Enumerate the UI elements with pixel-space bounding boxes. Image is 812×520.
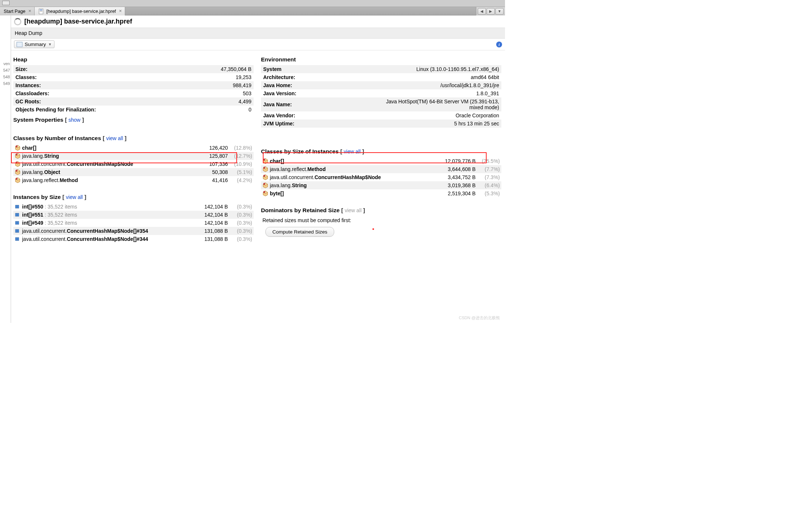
dominators-heading: Dominators by Retained Size [ view all ] — [261, 204, 501, 216]
list-item[interactable]: java.lang.String3,019,368 B(6.4%) — [261, 181, 501, 189]
row-value: 503 — [124, 89, 254, 97]
by-count-list: char[]126,420(12.8%)java.lang.String125,… — [13, 144, 254, 184]
row-key: GC Roots: — [13, 97, 124, 106]
class-icon — [15, 169, 21, 175]
value: 142,104 B — [187, 220, 228, 226]
row-key: Java Vendor: — [261, 111, 371, 120]
list-item[interactable]: int[]#550 : 35,522 items142,104 B(0.3%) — [13, 203, 254, 211]
sysprops-heading: System Properties [ show ] — [13, 114, 254, 125]
class-name: byte[] — [270, 190, 434, 196]
table-row: Java Version:1.8.0_391 — [261, 89, 501, 97]
row-key: Architecture: — [261, 73, 371, 81]
left-column: Heap Size:47,350,064 BClasses:19,253Inst… — [13, 53, 254, 308]
summary-icon — [17, 42, 22, 47]
row-key: Instances: — [13, 81, 124, 89]
nav-prev-button[interactable]: ◀ — [478, 8, 486, 15]
list-item[interactable]: java.util.concurrent.ConcurrentHashMap$N… — [13, 160, 254, 168]
row-key: Classloaders: — [13, 89, 124, 97]
tab-label: [heapdump] base-service.jar.hpref — [46, 9, 116, 14]
row-value: 0 — [124, 106, 254, 114]
list-item[interactable]: int[]#549 : 35,522 items142,104 B(0.3%) — [13, 219, 254, 227]
array-icon — [15, 228, 21, 234]
list-item[interactable]: java.lang.reflect.Method3,644,608 B(7.7%… — [261, 165, 501, 173]
value: 126,420 — [187, 145, 228, 151]
table-row: SystemLinux (3.10.0-1160.95.1.el7.x86_64… — [261, 65, 501, 73]
compute-retained-sizes-button[interactable]: Compute Retained Sizes — [265, 227, 334, 237]
window-control[interactable] — [2, 1, 10, 5]
class-name: java.lang.Object — [22, 169, 186, 175]
value: 2,519,304 B — [435, 190, 476, 196]
close-icon[interactable]: × — [28, 9, 32, 14]
right-column: Environment SystemLinux (3.10.0-1160.95.… — [261, 53, 501, 308]
nav-menu-button[interactable]: ▼ — [495, 8, 504, 15]
page-icon — [38, 8, 44, 14]
dominators-msg: Retained sizes must be computed first: — [261, 216, 501, 225]
row-key: Size: — [13, 65, 124, 73]
percent: (5.1%) — [229, 169, 252, 175]
env-heading: Environment — [261, 53, 501, 65]
row-value: 19,253 — [124, 73, 254, 81]
close-icon[interactable]: × — [118, 9, 123, 14]
tab-start-page[interactable]: Start Page × — [0, 7, 35, 15]
instance-name: int[]#550 : 35,522 items — [22, 204, 186, 210]
percent: (7.3%) — [477, 174, 500, 180]
class-icon — [15, 153, 21, 159]
list-item[interactable]: char[]12,079,776 B(25.5%) — [261, 157, 501, 165]
list-item[interactable]: java.util.concurrent.ConcurrentHashMap$N… — [13, 235, 254, 243]
list-item[interactable]: java.util.concurrent.ConcurrentHashMap$N… — [13, 227, 254, 235]
titlebar — [0, 0, 505, 7]
by-size-view-all-link[interactable]: view all — [344, 149, 361, 154]
instance-name: java.util.concurrent.ConcurrentHashMap$N… — [22, 236, 186, 242]
percent: (0.3%) — [229, 220, 252, 226]
table-row: Classloaders:503 — [13, 89, 254, 97]
sysprops-show-link[interactable]: show — [68, 117, 81, 123]
list-item[interactable]: byte[]2,519,304 B(5.3%) — [261, 189, 501, 197]
class-icon — [262, 182, 268, 188]
dominators-view-all-link: view all — [345, 207, 361, 213]
array-icon — [15, 236, 21, 242]
view-dropdown[interactable]: Summary ▼ — [14, 40, 54, 48]
value: 50,308 — [187, 169, 228, 175]
by-count-view-all-link[interactable]: view all — [106, 135, 123, 141]
percent: (0.3%) — [229, 204, 252, 210]
tab-heapdump[interactable]: [heapdump] base-service.jar.hpref × — [35, 7, 125, 15]
loading-spinner-icon — [14, 18, 21, 25]
percent: (10.9%) — [229, 161, 252, 167]
value: 142,104 B — [187, 212, 228, 218]
list-item[interactable]: java.lang.String125,807(12.7%) — [13, 152, 254, 160]
percent: (0.3%) — [229, 212, 252, 218]
class-icon — [262, 190, 268, 196]
toolbar: Summary ▼ i — [11, 39, 505, 50]
table-row: JVM Uptime:5 hrs 13 min 25 sec — [261, 120, 501, 128]
value: 131,088 B — [187, 236, 228, 242]
class-icon — [15, 145, 21, 151]
row-key: Objects Pending for Finalization: — [13, 106, 124, 114]
row-value: /usr/local/jdk1.8.0_391/jre — [371, 81, 501, 89]
class-icon — [262, 174, 268, 180]
heap-table: Size:47,350,064 BClasses:19,253Instances… — [13, 65, 254, 114]
array-icon — [15, 212, 21, 218]
value: 3,644,608 B — [435, 166, 476, 172]
page-title: [heapdump] base-service.jar.hpref — [11, 15, 505, 28]
row-key: Java Home: — [261, 81, 371, 89]
row-value: amd64 64bit — [371, 73, 501, 81]
list-item[interactable]: java.lang.reflect.Method41,416(4.2%) — [13, 176, 254, 184]
percent: (12.8%) — [229, 145, 252, 151]
list-item[interactable]: int[]#551 : 35,522 items142,104 B(0.3%) — [13, 211, 254, 219]
tab-fill — [125, 7, 476, 15]
value: 3,019,368 B — [435, 182, 476, 188]
list-item[interactable]: java.lang.Object50,308(5.1%) — [13, 168, 254, 176]
table-row: Architecture:amd64 64bit — [261, 73, 501, 81]
inst-size-view-all-link[interactable]: view all — [66, 194, 83, 200]
info-icon[interactable]: i — [496, 42, 502, 47]
list-item[interactable]: char[]126,420(12.8%) — [13, 144, 254, 152]
class-name: java.lang.reflect.Method — [270, 166, 434, 172]
content-area: Heap Size:47,350,064 BClasses:19,253Inst… — [11, 50, 505, 323]
nav-next-button[interactable]: ▶ — [487, 8, 495, 15]
by-size-heading: Classes by Size of Instances [ view all … — [261, 145, 501, 157]
table-row: Size:47,350,064 B — [13, 65, 254, 73]
list-item[interactable]: java.util.concurrent.ConcurrentHashMap$N… — [261, 173, 501, 181]
inst-size-heading: Instances by Size [ view all ] — [13, 191, 254, 203]
value: 41,416 — [187, 177, 228, 183]
row-value: 1.8.0_391 — [371, 89, 501, 97]
